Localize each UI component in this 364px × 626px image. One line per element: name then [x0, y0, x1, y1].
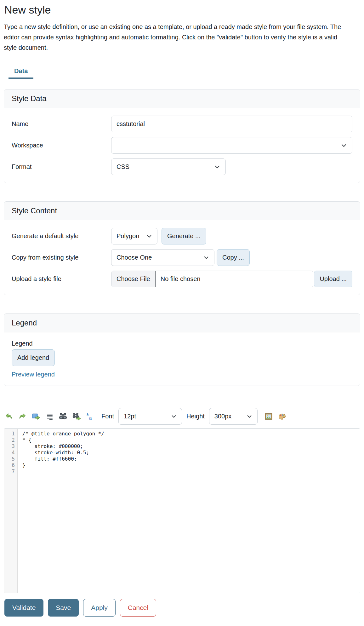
- chevron-down-icon: [203, 255, 209, 261]
- undo-icon[interactable]: [5, 412, 13, 421]
- reformat-icon[interactable]: [45, 412, 54, 421]
- redo-icon[interactable]: [18, 412, 26, 421]
- generate-row: Generate a default style Polygon Generat…: [12, 228, 352, 244]
- format-select-value: CSS: [117, 163, 129, 170]
- style-content-body: Generate a default style Polygon Generat…: [4, 220, 360, 295]
- chevron-down-icon: [171, 414, 177, 419]
- chevron-down-icon: [214, 164, 220, 170]
- cancel-button[interactable]: Cancel: [120, 599, 156, 617]
- palette-icon[interactable]: [278, 412, 286, 421]
- line-number: 4: [4, 450, 15, 456]
- upload-row: Upload a style file Choose File No file …: [12, 271, 352, 287]
- code-line: stroke-width: 0.5;: [22, 450, 360, 456]
- copy-style-value: Choose One: [117, 254, 152, 261]
- code-line: * {: [22, 437, 360, 443]
- copy-style-select[interactable]: Choose One: [111, 249, 214, 266]
- file-status-text: No file chosen: [156, 271, 206, 287]
- line-number: 3: [4, 443, 15, 450]
- legend-header: Legend: [4, 314, 360, 332]
- name-label: Name: [12, 120, 111, 128]
- goto-line-icon[interactable]: [32, 412, 40, 421]
- tab-bar: Data: [4, 66, 360, 79]
- style-data-body: Name Workspace Format CSS: [4, 108, 360, 183]
- format-select[interactable]: CSS: [111, 158, 226, 175]
- svg-text:a: a: [89, 415, 92, 420]
- editor-height-select[interactable]: 300px: [209, 408, 258, 425]
- style-data-header: Style Data: [4, 89, 360, 108]
- generate-label: Generate a default style: [12, 233, 111, 240]
- generate-type-select[interactable]: Polygon: [111, 228, 157, 244]
- code-line: [22, 468, 360, 475]
- line-number: 5: [4, 456, 15, 462]
- workspace-select[interactable]: [111, 137, 352, 154]
- editor-line-numbers: 1234567: [4, 429, 18, 593]
- apply-button[interactable]: Apply: [83, 599, 116, 617]
- line-number: 2: [4, 437, 15, 443]
- validate-button[interactable]: Validate: [4, 599, 43, 617]
- generate-button[interactable]: Generate ...: [162, 228, 206, 244]
- chevron-down-icon: [146, 233, 152, 239]
- chevron-down-icon: [341, 142, 347, 149]
- copy-button[interactable]: Copy ...: [217, 249, 250, 266]
- format-row: Format CSS: [12, 158, 352, 175]
- chevron-down-icon: [247, 414, 252, 419]
- legend-section: Legend Legend Add legend Preview legend: [4, 313, 360, 386]
- code-line: /* @title orange polygon */: [22, 431, 360, 437]
- page-title: New style: [4, 4, 360, 16]
- font-size-value: 12pt: [124, 413, 136, 420]
- find-icon[interactable]: [59, 412, 67, 421]
- image-icon[interactable]: [264, 412, 273, 421]
- line-number: 7: [4, 468, 15, 475]
- code-line: fill: #ff6600;: [22, 456, 360, 462]
- style-content-header: Style Content: [4, 202, 360, 220]
- page-description: Type a new style definition, or use an e…: [4, 22, 342, 53]
- file-input[interactable]: Choose File No file chosen: [111, 271, 313, 287]
- workspace-row: Workspace: [12, 137, 352, 154]
- style-code-editor[interactable]: 1234567 /* @title orange polygon */* { s…: [4, 428, 360, 593]
- code-line: stroke: #000000;: [22, 443, 360, 450]
- copy-label: Copy from existing style: [12, 254, 111, 261]
- editor-height-value: 300px: [214, 413, 232, 420]
- name-row: Name: [12, 116, 352, 132]
- legend-body: Legend Add legend Preview legend: [4, 332, 360, 386]
- choose-file-button[interactable]: Choose File: [111, 271, 156, 287]
- style-content-section: Style Content Generate a default style P…: [4, 201, 360, 295]
- font-label: Font: [101, 413, 114, 420]
- name-input[interactable]: [111, 116, 352, 132]
- line-number: 1: [4, 431, 15, 437]
- editor-toolbar: b a Font 12pt Height 300px: [5, 408, 360, 425]
- save-button[interactable]: Save: [48, 599, 79, 617]
- tab-data[interactable]: Data: [9, 66, 33, 79]
- action-bar: Validate Save Apply Cancel: [4, 599, 360, 617]
- font-case-icon[interactable]: b a: [86, 412, 94, 421]
- add-legend-button[interactable]: Add legend: [12, 349, 55, 366]
- format-label: Format: [12, 163, 111, 170]
- generate-type-value: Polygon: [117, 233, 139, 240]
- find-next-icon[interactable]: [72, 412, 81, 421]
- line-number: 6: [4, 462, 15, 468]
- workspace-label: Workspace: [12, 142, 111, 149]
- editor-code-area[interactable]: /* @title orange polygon */* { stroke: #…: [18, 429, 360, 593]
- style-data-section: Style Data Name Workspace Format: [4, 89, 360, 183]
- svg-text:b: b: [87, 412, 88, 417]
- copy-row: Copy from existing style Choose One Copy…: [12, 249, 352, 266]
- upload-button[interactable]: Upload ...: [314, 271, 352, 287]
- legend-label: Legend: [12, 340, 352, 347]
- height-label: Height: [186, 413, 205, 420]
- code-line: }: [22, 462, 360, 468]
- font-size-select[interactable]: 12pt: [118, 408, 182, 425]
- upload-label: Upload a style file: [12, 275, 111, 283]
- preview-legend-link[interactable]: Preview legend: [12, 371, 55, 378]
- page: New style Type a new style definition, o…: [0, 0, 364, 620]
